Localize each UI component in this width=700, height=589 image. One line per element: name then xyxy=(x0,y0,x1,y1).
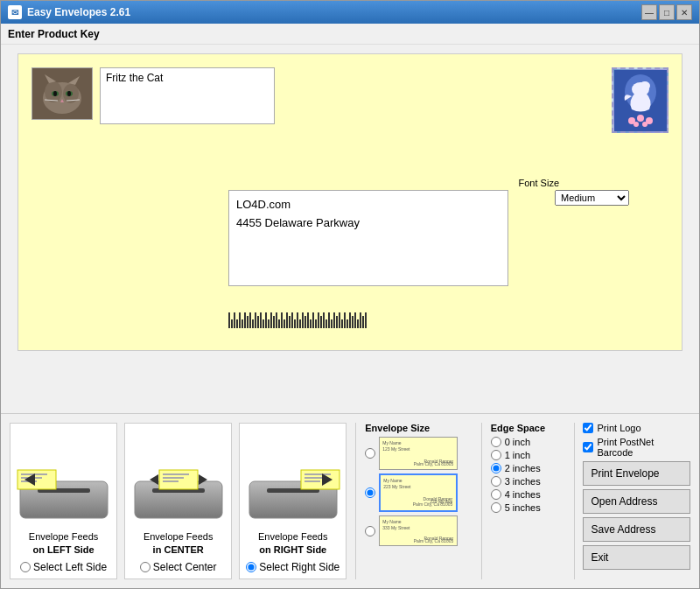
right-section: Print Logo Print PostNet Barcode Print E… xyxy=(583,423,690,579)
svg-point-20 xyxy=(634,122,639,127)
envelope-size-section: Envelope Size My Name 123 My Street Rona… xyxy=(365,423,472,579)
edge-0-radio[interactable] xyxy=(491,437,501,447)
svg-rect-35 xyxy=(163,480,178,482)
feed-center-radio[interactable] xyxy=(140,562,150,572)
edge-option-0[interactable]: 0 inch xyxy=(491,437,565,447)
save-address-button[interactable]: Save Address xyxy=(583,517,690,542)
svg-rect-40 xyxy=(301,470,340,489)
return-logo xyxy=(32,67,93,120)
edge-2-label: 2 inches xyxy=(505,463,541,473)
edge-3-radio[interactable] xyxy=(491,476,501,487)
edge-5-label: 5 inches xyxy=(505,502,541,513)
main-window: ✉ Easy Envelopes 2.61 — □ ✕ Enter Produc… xyxy=(0,0,700,589)
env-thumb-1: My Name 123 My Street Ronald Repper Palm… xyxy=(379,437,458,470)
edge-option-4[interactable]: 4 inches xyxy=(491,489,565,500)
svg-point-8 xyxy=(53,91,57,96)
edge-option-1[interactable]: 1 inch xyxy=(491,450,565,460)
env-size-1-radio[interactable] xyxy=(365,448,375,459)
feed-left-svg xyxy=(16,433,112,525)
print-postnet-row[interactable]: Print PostNet Barcode xyxy=(583,437,690,458)
feed-center-radio-row[interactable]: Select Center xyxy=(140,561,217,573)
env-size-3-radio[interactable] xyxy=(365,526,375,536)
separator-1 xyxy=(355,423,356,579)
feed-right-panel: Envelope Feeds on RIGHT Side Select Righ… xyxy=(239,423,346,579)
recipient-address-wrapper: LO4D.com 4455 Delaware Parkway xyxy=(228,190,542,286)
size-option-2[interactable]: My Name 223 My Street Donald Repper 229 … xyxy=(365,473,472,512)
edge-0-label: 0 inch xyxy=(505,437,530,447)
title-bar-left: ✉ Easy Envelopes 2.61 xyxy=(8,5,130,19)
font-size-group: Font Size xyxy=(519,177,559,189)
svg-rect-32 xyxy=(159,470,198,489)
feed-left-radio-row[interactable]: Select Left Side xyxy=(20,561,107,573)
edge-4-radio[interactable] xyxy=(491,489,501,500)
svg-rect-41 xyxy=(304,473,331,475)
exit-button[interactable]: Exit xyxy=(583,545,690,570)
feed-center-svg xyxy=(130,433,227,525)
feed-right-svg xyxy=(245,433,341,525)
feed-left-radio[interactable] xyxy=(20,562,31,572)
edge-option-2[interactable]: 2 inches xyxy=(491,463,565,473)
size-option-3[interactable]: My Name 333 My Street Ronald Repper Palm… xyxy=(365,515,472,546)
edge-1-label: 1 inch xyxy=(505,450,530,460)
feed-left-radio-label[interactable]: Select Left Side xyxy=(33,561,107,573)
envelope-size-options: My Name 123 My Street Ronald Repper Palm… xyxy=(365,437,472,546)
svg-point-16 xyxy=(640,81,650,90)
open-address-button[interactable]: Open Address xyxy=(583,489,690,514)
print-logo-checkbox[interactable] xyxy=(583,423,593,433)
font-size-select-wrapper[interactable]: Small Medium Large xyxy=(555,190,629,206)
restore-button[interactable]: □ xyxy=(659,4,675,20)
edge-5-radio[interactable] xyxy=(491,502,501,513)
svg-rect-43 xyxy=(304,480,320,482)
feed-right-illustration xyxy=(245,431,341,527)
title-bar-controls: — □ ✕ xyxy=(641,4,692,20)
print-postnet-label[interactable]: Print PostNet Barcode xyxy=(597,437,690,458)
edge-option-3[interactable]: 3 inches xyxy=(491,476,565,487)
edge-option-5[interactable]: 5 inches xyxy=(491,502,565,513)
edge-space-section: Edge Space 0 inch 1 inch 2 inches 3 inch… xyxy=(491,423,565,579)
feed-left-panel: Envelope Feeds on LEFT Side Select Left … xyxy=(10,423,117,579)
print-envelope-button[interactable]: Print Envelope xyxy=(583,461,690,486)
feed-right-radio-label[interactable]: Select Right Side xyxy=(259,561,340,573)
edge-options: 0 inch 1 inch 2 inches 3 inches 4 inches xyxy=(491,437,565,513)
font-size-select[interactable]: Small Medium Large xyxy=(555,190,629,206)
print-logo-label[interactable]: Print Logo xyxy=(597,423,640,433)
edge-1-radio[interactable] xyxy=(491,450,501,460)
feed-right-radio[interactable] xyxy=(246,562,256,572)
env-size-2-radio[interactable] xyxy=(365,487,375,498)
envelope-preview-area: Fritz the Cat xyxy=(1,45,699,413)
menu-bar: Enter Product Key xyxy=(1,24,699,45)
close-button[interactable]: ✕ xyxy=(676,4,692,20)
env-thumb-2: My Name 223 My Street Donald Repper 229 … xyxy=(379,473,458,512)
recipient-line1: LO4D.com xyxy=(236,196,500,214)
return-address-text: Fritz the Cat xyxy=(100,67,275,124)
envelope-container: Fritz the Cat xyxy=(18,53,682,351)
env-thumb-3: My Name 333 My Street Ronald Repper Palm… xyxy=(379,515,458,546)
bottom-section: Envelope Feeds on LEFT Side Select Left … xyxy=(1,413,699,588)
minimize-button[interactable]: — xyxy=(641,4,657,20)
stamp-image xyxy=(614,70,667,131)
edge-4-label: 4 inches xyxy=(505,489,541,500)
stamp xyxy=(612,67,668,133)
feed-center-label: Envelope Feeds in CENTER xyxy=(144,530,214,557)
recipient-line2: 4455 Delaware Parkway xyxy=(236,214,500,233)
edge-2-radio[interactable] xyxy=(491,463,501,473)
print-logo-row[interactable]: Print Logo xyxy=(583,423,690,433)
svg-point-18 xyxy=(637,115,644,122)
size-option-1[interactable]: My Name 123 My Street Ronald Repper Palm… xyxy=(365,437,472,470)
svg-rect-33 xyxy=(163,473,189,475)
separator-2 xyxy=(481,423,482,579)
feed-left-illustration xyxy=(16,431,112,527)
edge-space-title: Edge Space xyxy=(491,423,565,433)
logo-image xyxy=(32,67,93,120)
feed-center-illustration xyxy=(130,431,227,527)
return-address-area: Fritz the Cat xyxy=(32,67,275,124)
return-name: Fritz the Cat xyxy=(106,72,163,84)
feed-right-radio-row[interactable]: Select Right Side xyxy=(246,561,340,573)
edge-3-label: 3 inches xyxy=(505,476,541,487)
svg-rect-34 xyxy=(163,477,184,479)
svg-point-21 xyxy=(642,122,648,127)
print-postnet-checkbox[interactable] xyxy=(583,442,593,452)
title-bar: ✉ Easy Envelopes 2.61 — □ ✕ xyxy=(1,1,699,24)
feed-center-panel: Envelope Feeds in CENTER Select Center xyxy=(124,423,232,579)
feed-center-radio-label[interactable]: Select Center xyxy=(153,561,217,573)
